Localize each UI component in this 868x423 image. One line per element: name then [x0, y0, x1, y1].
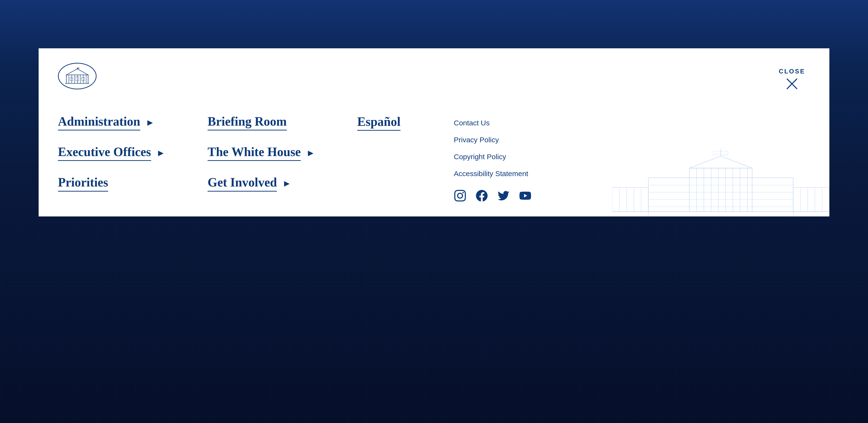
briefing-room-label: Briefing Room [208, 114, 287, 131]
link-accessibility-statement[interactable]: Accessibility Statement [454, 165, 810, 182]
nav-col-middle: Briefing Room The White House ► Get Invo… [208, 114, 357, 202]
nav-col-right: Contact Us Privacy Policy Copyright Poli… [454, 114, 810, 202]
logo-oval [58, 63, 97, 89]
social-icons-row [454, 189, 810, 202]
menu-panel: CLOSE Administration ► Executive Offices… [39, 48, 829, 217]
executive-offices-label: Executive Offices [58, 145, 151, 161]
administration-arrow: ► [146, 117, 155, 128]
nav-content: Administration ► Executive Offices ► Pri… [58, 114, 810, 202]
white-house-arrow: ► [306, 148, 315, 158]
youtube-icon[interactable] [519, 189, 531, 202]
link-contact-us[interactable]: Contact Us [454, 114, 810, 132]
nav-item-executive-offices[interactable]: Executive Offices ► [58, 145, 208, 161]
svg-rect-30 [66, 75, 88, 83]
espanol-label: Español [357, 115, 400, 131]
nav-item-briefing-room[interactable]: Briefing Room [208, 114, 357, 131]
administration-label: Administration [58, 114, 140, 131]
nav-item-priorities[interactable]: Priorities [58, 175, 208, 191]
svg-marker-31 [66, 69, 88, 75]
priorities-label: Priorities [58, 175, 108, 191]
close-label: CLOSE [779, 68, 805, 75]
twitter-icon[interactable] [497, 189, 510, 202]
svg-marker-44 [77, 68, 80, 69]
instagram-icon[interactable] [454, 189, 466, 202]
close-button[interactable]: CLOSE [774, 63, 810, 95]
svg-rect-41 [76, 77, 79, 81]
executive-offices-arrow: ► [156, 148, 165, 158]
svg-rect-40 [70, 77, 73, 81]
nav-col-espanol: Español [357, 114, 454, 202]
svg-rect-42 [82, 77, 85, 81]
panel-header: CLOSE [58, 63, 810, 95]
nav-item-administration[interactable]: Administration ► [58, 114, 208, 131]
get-involved-label: Get Involved [208, 175, 277, 191]
white-house-label: The White House [208, 145, 301, 161]
nav-item-white-house[interactable]: The White House ► [208, 145, 357, 161]
nav-item-get-involved[interactable]: Get Involved ► [208, 175, 357, 191]
facebook-icon[interactable] [475, 189, 488, 202]
logo-container[interactable] [58, 63, 97, 89]
get-involved-arrow: ► [282, 178, 291, 189]
close-x-icon [785, 77, 799, 90]
link-copyright-policy[interactable]: Copyright Policy [454, 148, 810, 165]
nav-item-espanol[interactable]: Español [357, 114, 454, 129]
nav-col-left: Administration ► Executive Offices ► Pri… [58, 114, 208, 202]
link-privacy-policy[interactable]: Privacy Policy [454, 132, 810, 148]
